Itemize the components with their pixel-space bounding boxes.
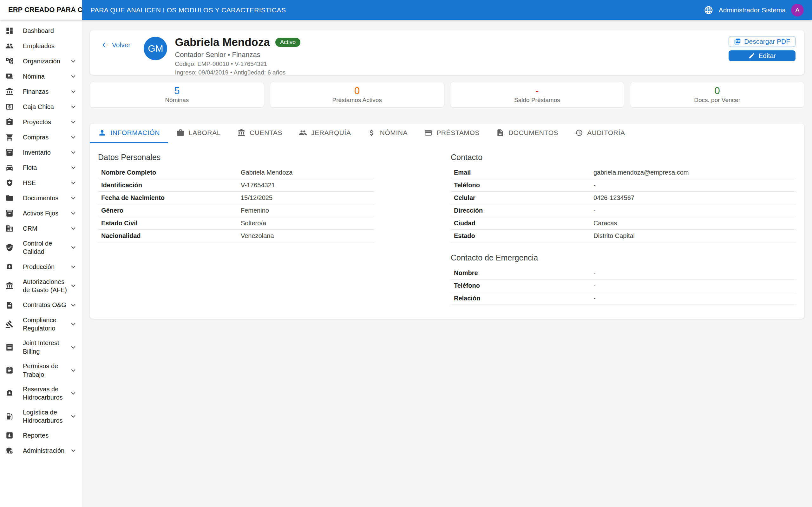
chevron-down-icon: [69, 194, 78, 202]
inventory-icon: [5, 148, 14, 157]
field-value: -: [594, 181, 796, 189]
field-label: Nombre Completo: [101, 169, 241, 176]
tab-label: NÓMINA: [380, 129, 408, 136]
sidebar-item-permisos-de-trabajo[interactable]: Permisos de Trabajo: [0, 359, 82, 382]
field-row-telefono: Teléfono-: [451, 279, 796, 292]
stat-label: Docs. por Vencer: [694, 97, 740, 104]
sidebar-item-compras[interactable]: Compras: [0, 130, 82, 145]
sidebar-item-contratos-o-g[interactable]: Contratos O&G: [0, 297, 82, 313]
sidebar-item-produccion[interactable]: Producción: [0, 259, 82, 274]
tab-label: LABORAL: [189, 129, 221, 136]
sidebar-item-reservas-de-hidrocarburos[interactable]: Reservas de Hidrocarburos: [0, 382, 82, 405]
sidebar-item-crm[interactable]: CRM: [0, 221, 82, 236]
stat-cards-row: 5Nóminas0Préstamos Activos-Saldo Préstam…: [90, 82, 804, 108]
cart-icon: [5, 133, 14, 141]
sidebar-item-compliance-regulatorio[interactable]: Compliance Regulatorio: [0, 313, 82, 336]
credit-card-icon: [424, 129, 432, 137]
emergency-contact-table: Nombre-Teléfono-Relación-: [451, 267, 796, 305]
tab-auditoria[interactable]: AUDITORÍA: [566, 124, 633, 143]
field-row-ciudad: CiudadCaracas: [451, 217, 796, 230]
sidebar-item-activos-fijos[interactable]: Activos Fijos: [0, 206, 82, 221]
sidebar-item-proyectos[interactable]: Proyectos: [0, 114, 82, 130]
back-link[interactable]: Volver: [101, 41, 131, 49]
building-icon: [5, 224, 14, 233]
arrow-back-icon: [101, 41, 109, 49]
sidebar-item-nomina[interactable]: Nómina: [0, 69, 82, 84]
receipt-icon: [5, 343, 14, 351]
stat-value: -: [536, 86, 539, 96]
chevron-down-icon: [69, 301, 78, 309]
field-row-nacionalidad: NacionalidadVenezolana: [98, 230, 374, 242]
tab-nomina[interactable]: NÓMINA: [359, 124, 416, 143]
sidebar-item-label: Compliance Regulatorio: [23, 316, 69, 333]
field-row-direccion: Dirección-: [451, 205, 796, 217]
folder-icon: [5, 194, 14, 202]
stat-label: Saldo Préstamos: [514, 97, 560, 104]
sidebar-item-finanzas[interactable]: Finanzas: [0, 84, 82, 99]
field-value: V-17654321: [241, 181, 374, 189]
field-value: 15/12/2025: [241, 194, 374, 202]
tab-bar: INFORMACIÓNLABORALCUENTASJERARQUÍANÓMINA…: [90, 124, 804, 143]
sidebar-item-autorizaciones-de-gasto-afe[interactable]: Autorizaciones de Gasto (AFE): [0, 274, 82, 297]
tab-jerarquia[interactable]: JERARQUÍA: [291, 124, 359, 143]
field-row-estado: EstadoDistrito Capital: [451, 230, 796, 242]
chevron-down-icon: [69, 118, 78, 126]
stat-label: Préstamos Activos: [332, 97, 382, 104]
globe-icon[interactable]: [704, 5, 713, 15]
user-avatar[interactable]: A: [791, 4, 804, 16]
sidebar-item-label: Flota: [23, 164, 37, 172]
field-row-nombre-completo: Nombre CompletoGabriela Mendoza: [98, 166, 374, 179]
person-icon: [98, 129, 106, 137]
sidebar-item-caja-chica[interactable]: Caja Chica: [0, 99, 82, 114]
sidebar-item-organizacion[interactable]: Organización: [0, 54, 82, 69]
field-label: Ciudad: [454, 220, 594, 227]
tab-label: PRÉSTAMOS: [437, 129, 479, 136]
field-label: Celular: [454, 194, 594, 202]
tab-cuentas[interactable]: CUENTAS: [229, 124, 291, 143]
tab-documentos[interactable]: DOCUMENTOS: [488, 124, 566, 143]
section-title-contacto: Contacto: [451, 153, 796, 162]
download-pdf-label: Descargar PDF: [744, 38, 790, 45]
sidebar-item-hse[interactable]: HSE: [0, 175, 82, 190]
sidebar-item-dashboard[interactable]: Dashboard: [0, 23, 82, 38]
sidebar-item-flota[interactable]: Flota: [0, 160, 82, 175]
bank-icon: [237, 129, 246, 137]
document-icon: [496, 129, 504, 137]
inventory-icon: [5, 209, 14, 217]
field-label: Relación: [454, 295, 594, 302]
field-value: gabriela.mendoza@empresa.com: [594, 169, 796, 176]
pdf-icon: [734, 38, 741, 45]
sidebar-item-label: Caja Chica: [23, 103, 54, 111]
sidebar-item-empleados[interactable]: Empleados: [0, 38, 82, 54]
chevron-down-icon: [69, 57, 78, 65]
stat-value: 5: [174, 86, 180, 96]
sidebar-item-label: Dashboard: [23, 26, 54, 35]
sidebar-item-logistica-de-hidrocarburos[interactable]: Logística de Hidrocarburos: [0, 405, 82, 428]
account-tree-icon: [5, 57, 14, 65]
edit-button[interactable]: Editar: [728, 50, 796, 61]
stat-card-saldo-prestamos: -Saldo Préstamos: [450, 82, 624, 108]
tab-prestamos[interactable]: PRÉSTAMOS: [416, 124, 488, 143]
sidebar-item-inventario[interactable]: Inventario: [0, 145, 82, 160]
sidebar-item-administracion[interactable]: Administración: [0, 443, 82, 458]
people-icon: [299, 129, 307, 137]
download-pdf-button[interactable]: Descargar PDF: [728, 36, 796, 47]
sidebar-item-label: Activos Fijos: [23, 209, 58, 217]
app-bar-main: PARA QUE ANALICEN LOS MODULOS Y CARACTER…: [82, 0, 812, 20]
clipboard-icon: [5, 366, 14, 375]
tab-informacion[interactable]: INFORMACIÓN: [90, 124, 168, 143]
sidebar-item-documentos[interactable]: Documentos: [0, 190, 82, 206]
stat-card-nominas: 5Nóminas: [90, 82, 264, 108]
field-label: Estado Civil: [101, 220, 241, 227]
field-value: -: [594, 282, 796, 289]
stat-value: 0: [354, 86, 360, 96]
tab-label: JERARQUÍA: [311, 129, 351, 136]
sidebar-item-joint-interest-billing[interactable]: Joint Interest Billing: [0, 336, 82, 359]
sidebar-item-label: Reportes: [23, 431, 49, 440]
employee-header-card: Volver GM Gabriela Mendoza Activo Contad…: [90, 31, 804, 75]
sidebar-item-control-de-calidad[interactable]: Control de Calidad: [0, 236, 82, 259]
tab-laboral[interactable]: LABORAL: [168, 124, 229, 143]
briefcase-icon: [176, 129, 185, 137]
chevron-down-icon: [69, 343, 78, 351]
sidebar-item-reportes[interactable]: Reportes: [0, 428, 82, 443]
